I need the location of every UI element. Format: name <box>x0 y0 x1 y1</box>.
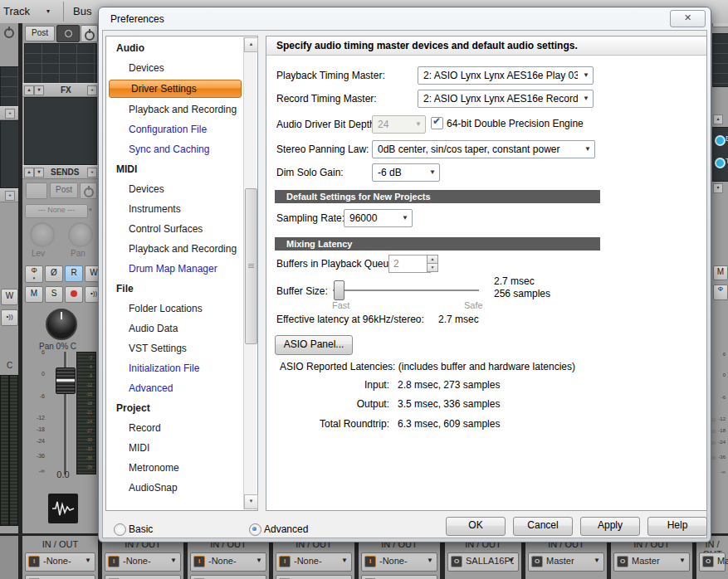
output-select[interactable]: O Master <box>699 552 726 572</box>
sidebar-item-playback-and-recording[interactable]: Playback and Recording <box>107 100 243 119</box>
output-select[interactable]: O Master ▼ <box>528 552 604 572</box>
sidebar-item-control-surfaces[interactable]: Control Surfaces <box>107 219 243 239</box>
basic-radio[interactable] <box>114 523 126 536</box>
mute-button[interactable]: M <box>25 286 43 303</box>
post-button[interactable]: Post <box>25 26 55 41</box>
waveform-icon[interactable] <box>48 494 78 523</box>
buffer-size-slider-handle[interactable] <box>334 280 344 300</box>
send-level-knob[interactable] <box>30 222 55 247</box>
record-arm-button[interactable] <box>65 286 83 303</box>
send-pan-knob[interactable] <box>68 222 93 247</box>
input-echo-icon[interactable]: •)) <box>1 309 18 326</box>
input-select[interactable]: I -None- ▼ <box>105 552 181 572</box>
output-select[interactable]: OSALLA16P0: <box>276 575 352 579</box>
sidebar-item-audio-devices[interactable]: Devices <box>107 58 243 78</box>
power-button[interactable] <box>81 25 98 42</box>
power-icon[interactable] <box>4 28 14 38</box>
help-button[interactable]: Help <box>647 517 707 536</box>
asio-panel-button[interactable]: ASIO Panel... <box>275 335 353 355</box>
fx-power-icon[interactable] <box>715 158 726 168</box>
buffers-queue-spinner[interactable]: ▲ ▼ <box>427 255 437 271</box>
sidebar-item-audio-data[interactable]: Audio Data <box>107 319 243 338</box>
buffers-queue-input[interactable]: 2 <box>388 255 431 273</box>
output-select[interactable]: O Master ▼ <box>613 552 690 572</box>
cancel-button[interactable]: Cancel <box>513 517 573 536</box>
phase-button[interactable]: Ø <box>45 265 63 282</box>
scroll-down-icon[interactable]: ▼ <box>244 494 258 509</box>
chevron-down-icon[interactable]: ▾ <box>89 207 92 213</box>
sidebar-item-initialization-file[interactable]: Initialization File <box>107 358 243 378</box>
sampling-rate-select[interactable]: 96000 ▼ <box>344 209 413 227</box>
sidebar-item-drum-map-manager[interactable]: Drum Map Manager <box>107 259 243 279</box>
advanced-radio-label[interactable]: Advanced <box>264 523 308 535</box>
read-automation-button[interactable]: R <box>65 265 83 282</box>
output-select[interactable]: OMaster <box>105 575 181 579</box>
record-timing-master-select[interactable]: 2: ASIO Lynx Lynx AES16e Record 03 ▼ <box>418 90 594 108</box>
write-button[interactable]: W <box>1 289 18 305</box>
collapse-up-icon[interactable]: ▴ <box>24 168 34 178</box>
eq-enable-button[interactable] <box>56 25 80 42</box>
fx-bin[interactable] <box>24 97 97 165</box>
sidebar-scrollbar[interactable]: ▲ ▼ <box>243 37 257 509</box>
sidebar-item-configuration-file[interactable]: Configuration File <box>107 119 243 139</box>
apply-button[interactable]: Apply <box>580 517 640 536</box>
sidebar-item-vst-settings[interactable]: VST Settings <box>107 338 243 358</box>
plus-icon[interactable]: + <box>87 85 97 95</box>
sidebar-item-metronome[interactable]: Metronome <box>107 458 243 478</box>
collapse-down-icon[interactable]: ▾ <box>713 183 723 193</box>
sidebar-item-audiosnap[interactable]: AudioSnap <box>107 478 243 498</box>
plus-icon[interactable]: + <box>87 168 97 178</box>
sidebar-item-sync-and-caching[interactable]: Sync and Caching <box>107 139 243 159</box>
output-select[interactable]: OBass <box>361 575 437 579</box>
scrollbar-thumb[interactable] <box>245 188 257 344</box>
input-select[interactable]: I -None- ▼ <box>361 552 437 572</box>
send-destination-select[interactable]: --- None --- <box>25 204 88 218</box>
output-select[interactable]: OMaster <box>25 575 95 579</box>
buffer-size-slider-track[interactable] <box>333 290 479 292</box>
track-menu[interactable]: Track <box>3 5 30 17</box>
input-select[interactable]: I -None- ▼ <box>25 552 95 572</box>
send-enable-button[interactable] <box>26 182 47 199</box>
plus-icon[interactable]: + <box>5 191 15 201</box>
sidebar-item-instruments[interactable]: Instruments <box>107 199 243 219</box>
advanced-radio[interactable] <box>249 523 261 536</box>
collapse-up-icon[interactable]: ▴ <box>24 85 34 95</box>
panning-law-select[interactable]: 0dB center, sin/cos taper, constant powe… <box>372 140 595 158</box>
fx-power-icon[interactable] <box>715 135 726 146</box>
pan-knob[interactable] <box>46 309 77 340</box>
interleave-button[interactable]: Φ▾ <box>25 265 43 283</box>
sidebar-item-folder-locations[interactable]: Folder Locations <box>107 299 243 319</box>
basic-radio-label[interactable]: Basic <box>129 523 153 535</box>
sidebar-item-midi-playback-recording[interactable]: Playback and Recording <box>107 239 243 259</box>
scroll-up-icon[interactable]: ▲ <box>244 37 258 52</box>
output-select[interactable]: O SALLA16P0: ▼ <box>447 552 519 572</box>
close-button[interactable]: ✕ <box>670 10 706 27</box>
output-select[interactable]: OMaster <box>190 575 266 579</box>
sidebar-item-advanced[interactable]: Advanced <box>107 378 243 398</box>
ok-button[interactable]: OK <box>446 517 506 536</box>
collapse-up-icon[interactable]: ▴ <box>713 114 723 124</box>
plus-icon[interactable]: + <box>5 109 15 119</box>
write-automation-button[interactable]: W <box>85 265 98 282</box>
volume-fader-handle[interactable] <box>56 367 76 394</box>
input-select[interactable]: I -None- ▼ <box>190 552 266 572</box>
solo-button[interactable]: S <box>45 286 63 303</box>
dim-solo-gain-select[interactable]: -6 dB ▼ <box>372 163 440 182</box>
input-echo-button[interactable]: •)) <box>85 286 98 303</box>
send-power-button[interactable] <box>80 182 97 199</box>
bus-tab[interactable]: Bus <box>73 5 91 17</box>
input-select[interactable]: I -None- ▼ <box>276 552 352 572</box>
post-button[interactable]: Post <box>712 23 728 27</box>
mute-button[interactable]: M <box>713 265 728 280</box>
interleave-button[interactable]: Φ <box>713 285 728 300</box>
sidebar-item-record[interactable]: Record <box>107 418 243 438</box>
double-precision-checkbox[interactable]: ✔ <box>431 117 443 129</box>
sidebar-item-driver-settings[interactable]: Driver Settings <box>109 80 242 98</box>
chevron-down-icon[interactable]: ▾ <box>46 7 50 15</box>
send-post-button[interactable]: Post <box>50 182 78 198</box>
collapse-down-icon[interactable]: ▾ <box>34 85 44 95</box>
sidebar-item-midi-devices[interactable]: Devices <box>107 179 243 199</box>
spin-down-icon[interactable]: ▼ <box>427 263 438 272</box>
collapse-down-icon[interactable]: ▾ <box>34 168 44 178</box>
sidebar-item-project-midi[interactable]: MIDI <box>107 438 243 458</box>
